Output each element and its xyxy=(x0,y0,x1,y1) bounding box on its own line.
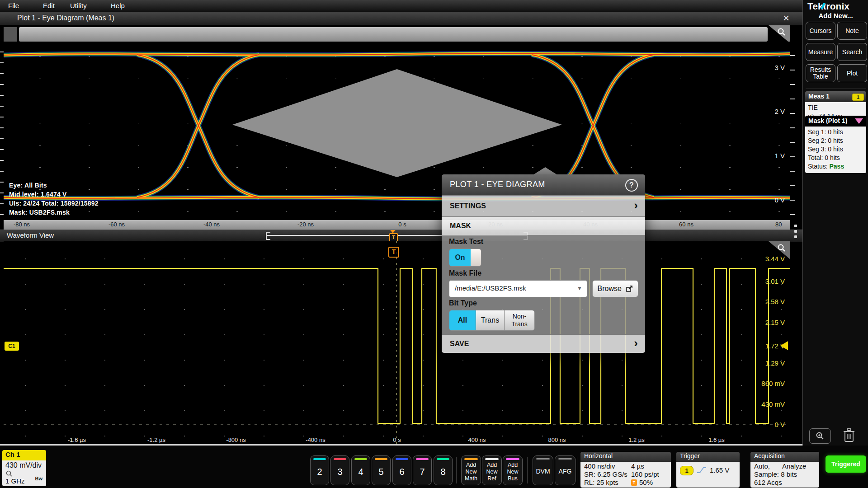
axis-tick-label: 2 V xyxy=(761,108,785,115)
divider xyxy=(806,89,866,89)
waveform-canvas xyxy=(4,241,790,444)
channel-1-badge[interactable]: Ch 1 430 mV/div 1 GHz Bw xyxy=(2,450,46,486)
settings-section-row[interactable]: SETTINGS › xyxy=(442,195,645,216)
tektronix-logo: Tektronix xyxy=(807,1,849,12)
trigger-position-icon: T xyxy=(631,479,637,486)
axis-tick-label: -800 ns xyxy=(226,436,245,443)
trigger-position-arrow-icon[interactable] xyxy=(390,230,396,233)
add-measure-button[interactable]: Measure xyxy=(806,43,835,61)
external-link-icon xyxy=(626,286,633,292)
add-note-button[interactable]: Note xyxy=(837,22,867,40)
afg-button[interactable]: AFG xyxy=(555,455,576,485)
add-search-button[interactable]: Search xyxy=(837,43,867,61)
mask-seg1-hits: Seg 1: 0 hits xyxy=(808,128,863,136)
plot-window-titlebar[interactable] xyxy=(0,12,802,26)
acquisition-sample: Sample: 8 bits xyxy=(754,470,797,478)
bottom-status-bar: Ch 1 430 mV/div 1 GHz Bw 2 3 4 5 6 7 xyxy=(0,446,868,488)
eye-plot-pan-scrollbar[interactable] xyxy=(19,27,768,42)
trigger-level: 1.65 V xyxy=(710,466,729,474)
bit-type-trans-button[interactable]: Trans xyxy=(476,310,505,331)
ch1-scale: 430 mV/div xyxy=(5,461,42,469)
channel-1-marker[interactable]: C1 xyxy=(5,342,19,351)
dialog-anchor-pointer xyxy=(533,167,557,175)
trash-button[interactable] xyxy=(843,427,855,445)
bit-type-all-button[interactable]: All xyxy=(449,310,476,331)
zoom-tool-button[interactable] xyxy=(809,428,831,444)
plot-window-title: Plot 1 - Eye Diagram (Meas 1) xyxy=(17,14,114,22)
axis-tick-label: 60 ns xyxy=(679,221,693,228)
menu-utility[interactable]: Utility xyxy=(70,0,87,9)
acquisition-analyze: Analyze xyxy=(782,462,806,470)
channel-8-button[interactable]: 8 xyxy=(434,455,453,485)
eye-x-axis-scrollbar[interactable]: -80 ns -60 ns -40 ns -20 ns 0 s 20 ns 40… xyxy=(4,220,790,230)
waveform-grid xyxy=(4,241,790,444)
eye-readout-bits: Eye: All Bits xyxy=(9,182,47,189)
ref-color-strip xyxy=(485,458,499,460)
mask-file-dropdown[interactable]: /media/E:/USB2FS.msk ▼ xyxy=(449,280,587,297)
trigger-badge[interactable]: Trigger 1 1.65 V xyxy=(676,452,740,488)
dialog-header[interactable]: PLOT 1 - EYE DIAGRAM ? xyxy=(442,174,645,195)
channel-color-strip xyxy=(416,458,429,460)
slider-left-bracket xyxy=(266,232,270,240)
menu-edit[interactable]: Edit xyxy=(43,0,55,9)
ch1-waveform-trace xyxy=(4,268,790,423)
mask-section-row[interactable]: MASK xyxy=(442,216,645,235)
channel-2-button[interactable]: 2 xyxy=(310,455,329,485)
add-results-table-button[interactable]: Results Table xyxy=(806,64,835,82)
mask-results-badge[interactable]: Mask (Plot 1) Seg 1: 0 hits Seg 2: 0 hit… xyxy=(805,116,866,173)
chevron-right-icon: › xyxy=(634,336,638,350)
mask-section-body: Mask Test On Mask File /media/E:/USB2FS.… xyxy=(442,235,645,334)
settings-label: SETTINGS xyxy=(450,202,486,210)
dvm-button[interactable]: DVM xyxy=(533,455,553,485)
channel-5-button[interactable]: 5 xyxy=(372,455,391,485)
axis-tick-label: -20 ns xyxy=(297,221,314,228)
horizontal-scale: 400 ns/div xyxy=(584,462,615,470)
save-section-row[interactable]: SAVE › xyxy=(442,334,645,353)
bus-color-strip xyxy=(506,458,519,460)
channel-4-button[interactable]: 4 xyxy=(351,455,370,485)
add-new-ref-button[interactable]: Add New Ref xyxy=(482,455,502,485)
toggle-knob xyxy=(471,249,481,266)
mask-file-value: /media/E:/USB2FS.msk xyxy=(455,284,526,292)
channel-7-button[interactable]: 7 xyxy=(413,455,432,485)
axis-tick-label: 800 ns xyxy=(548,436,566,443)
menu-file[interactable]: File xyxy=(8,0,19,9)
add-new-math-button[interactable]: Add New Math xyxy=(461,455,481,485)
horizontal-badge[interactable]: Horizontal 400 ns/div 4 µs SR: 6.25 GS/s… xyxy=(580,452,671,488)
add-new-bus-button[interactable]: Add New Bus xyxy=(503,455,523,485)
trigger-position-marker[interactable]: T xyxy=(389,233,398,242)
axis-tick-label: -40 ns xyxy=(203,221,220,228)
bandwidth-limit-icon: Bw xyxy=(35,476,43,481)
axis-tick-label: 1.29 V xyxy=(758,359,785,367)
add-plot-button[interactable]: Plot xyxy=(837,64,867,82)
channel-3-button[interactable]: 3 xyxy=(330,455,349,485)
trigger-title: Trigger xyxy=(676,452,740,462)
waveform-window-title: Waveform View xyxy=(7,231,54,239)
browse-button[interactable]: Browse xyxy=(592,280,638,297)
horizontal-sample-rate: SR: 6.25 GS/s xyxy=(584,470,627,478)
window-divider-handle[interactable] xyxy=(794,225,797,238)
axis-tick-label: 2.15 V xyxy=(758,319,785,326)
mask-segment-1 xyxy=(232,69,562,177)
eye-left-ticks xyxy=(0,42,4,220)
channel-6-button[interactable]: 6 xyxy=(392,455,411,485)
trigger-indicator-badge[interactable]: T xyxy=(388,247,399,258)
mask-test-toggle[interactable]: On xyxy=(449,249,481,267)
menu-help[interactable]: Help xyxy=(111,0,125,9)
axis-tick-label: 1 V xyxy=(761,152,785,160)
axis-tick-label: -400 ns xyxy=(306,436,325,443)
triggered-status-indicator: Triggered xyxy=(826,455,866,473)
toggle-on-label: On xyxy=(449,249,471,266)
close-icon[interactable]: × xyxy=(778,12,794,25)
channel-color-strip xyxy=(354,458,367,460)
acquisition-badge[interactable]: Acquisition Auto, Analyze Sample: 8 bits… xyxy=(750,452,819,488)
mask-test-label: Mask Test xyxy=(449,238,483,246)
acquisition-count: 612 Acqs xyxy=(754,479,782,486)
add-cursors-button[interactable]: Cursors xyxy=(806,22,835,40)
magnifier-icon xyxy=(777,27,787,37)
channel-level-arrow-icon[interactable] xyxy=(780,341,788,350)
help-icon[interactable]: ? xyxy=(625,179,638,192)
plot-config-dialog: PLOT 1 - EYE DIAGRAM ? SETTINGS › MASK M… xyxy=(442,174,645,353)
rising-edge-icon xyxy=(696,466,707,474)
bit-type-nontrans-button[interactable]: Non- Trans xyxy=(504,310,535,331)
